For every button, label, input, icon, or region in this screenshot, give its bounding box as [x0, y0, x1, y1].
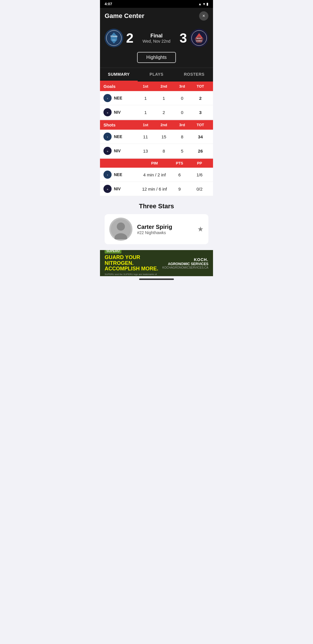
nighthawks-logo-svg: NIGHT HAWKS — [191, 30, 207, 46]
tab-rosters[interactable]: ROSTERS — [175, 68, 213, 82]
niv-mini-logo: N — [103, 108, 112, 116]
shots-col-2nd: 2nd — [155, 123, 173, 127]
niv-pim: 12 min / 6 inf — [139, 187, 170, 191]
svg-text:NIGHT: NIGHT — [196, 37, 202, 39]
nee-shots-tot: 34 — [191, 134, 210, 139]
goals-row-niv: N NIV 1 2 0 3 — [100, 105, 213, 120]
nee-mini-logo: T — [103, 94, 112, 102]
nee-shots-1st: 11 — [137, 134, 155, 139]
away-team-logo: TITANS NEE — [105, 29, 123, 47]
svg-text:N: N — [107, 151, 108, 152]
highlights-button[interactable]: Highlights — [137, 52, 176, 63]
wifi-icon: ▾ — [203, 2, 205, 6]
goals-section: Goals 1st 2nd 3rd TOT T NEE 1 1 0 2 N NI… — [100, 82, 213, 120]
away-team-block: TITANS NEE 2 — [105, 29, 139, 47]
nee-pts: 6 — [170, 172, 190, 177]
svg-text:T: T — [107, 174, 108, 176]
player-tag-1: #22 Nighthawks — [137, 230, 193, 235]
shots-section: Shots 1st 2nd 3rd TOT T NEE 11 15 8 34 N… — [100, 120, 213, 158]
star-icon-1: ★ — [197, 225, 204, 233]
battery-icon: ▮ — [206, 2, 208, 6]
svg-text:N: N — [107, 189, 108, 190]
niv-shots-3rd: 5 — [173, 149, 191, 153]
close-button[interactable]: × — [199, 11, 208, 21]
three-stars-section: Three Stars Carter Spirig #22 Nighthawks… — [100, 197, 213, 247]
shots-col-tot: TOT — [191, 123, 210, 127]
goals-label: Goals — [103, 84, 137, 89]
shots-niv-abbr: NIV — [114, 149, 121, 153]
shots-team-niv: N NIV — [103, 147, 137, 155]
home-team-block: 3 NIGHT HAWKS — [174, 29, 208, 47]
player-name-1: Carter Spirig — [137, 224, 193, 230]
shots-team-nee: T NEE — [103, 133, 137, 141]
status-icons: ▲ ▾ ▮ — [198, 2, 208, 6]
niv-pp: 0/2 — [190, 187, 210, 191]
niv-goals-3rd: 0 — [173, 110, 191, 115]
shots-header-row: Shots 1st 2nd 3rd TOT — [100, 120, 213, 130]
signal-icon: ▲ — [198, 2, 202, 6]
goals-col-tot: TOT — [191, 84, 210, 88]
pim-team-nee: T NEE — [103, 171, 139, 179]
nee-shots-2nd: 15 — [155, 134, 173, 139]
pim-col-pim: PIM — [139, 161, 170, 165]
goals-team-niv: N NIV — [103, 108, 137, 116]
svg-text:T: T — [107, 136, 108, 138]
svg-text:N: N — [107, 112, 108, 114]
goals-col-1st: 1st — [137, 84, 155, 88]
bottom-indicator — [100, 276, 213, 282]
status-bar: 4:07 ▲ ▾ ▮ — [100, 0, 213, 8]
tab-summary[interactable]: SUMMARY — [100, 68, 138, 82]
status-time: 4:07 — [105, 2, 112, 6]
player-avatar-1 — [109, 218, 132, 241]
pim-section: PIM PTS PP T NEE 4 min / 2 inf 6 1/6 N N… — [100, 159, 213, 196]
nee-shots-3rd: 8 — [173, 134, 191, 139]
app-header: Game Center × — [100, 8, 213, 24]
goals-col-2nd: 2nd — [155, 84, 173, 88]
nee-goals-2nd: 1 — [155, 96, 173, 101]
pim-team-niv: N NIV — [103, 185, 139, 193]
nee-goals-3rd: 0 — [173, 96, 191, 101]
close-icon: × — [202, 13, 205, 19]
svg-text:T: T — [107, 98, 108, 100]
shots-row-niv: N NIV 13 8 5 26 — [100, 144, 213, 158]
ad-sponsor-logo: KOCH. — [162, 257, 208, 262]
shots-label: Shots — [103, 122, 137, 127]
niv-abbr: NIV — [114, 110, 121, 115]
nee-abbr: NEE — [114, 96, 122, 100]
nee-goals-tot: 2 — [191, 96, 210, 101]
niv-goals-tot: 3 — [191, 110, 210, 115]
titans-logo-svg: TITANS NEE — [106, 30, 122, 46]
ad-disclaimer: SUPERU and the SUPERU logo are trademark… — [105, 273, 162, 276]
tab-plays[interactable]: PLAYS — [138, 68, 175, 82]
niv-pts: 9 — [170, 187, 190, 191]
pim-row-niv: N NIV 12 min / 6 inf 9 0/2 — [100, 182, 213, 196]
svg-text:HAWKS: HAWKS — [196, 40, 202, 42]
highlights-container: Highlights — [100, 52, 213, 68]
pim-col-pp: PP — [190, 161, 210, 165]
away-score: 2 — [126, 30, 134, 46]
pim-nee-abbr: NEE — [114, 172, 122, 177]
tabs-bar: SUMMARY PLAYS ROSTERS — [100, 68, 213, 82]
ad-headline: GUARD YOUR NITROGEN.ACCOMPLISH MORE. — [105, 255, 162, 272]
game-status: Final — [139, 33, 174, 39]
pim-header-row: PIM PTS PP — [100, 159, 213, 168]
nee-pim: 4 min / 2 inf — [139, 172, 170, 177]
home-score: 3 — [179, 30, 187, 46]
player-card-1: Carter Spirig #22 Nighthawks ★ — [105, 214, 208, 244]
niv-goals-2nd: 2 — [155, 110, 173, 115]
pim-col-pts: PTS — [170, 161, 190, 165]
niv-shots-1st: 13 — [137, 149, 155, 153]
goals-col-3rd: 3rd — [173, 84, 191, 88]
goals-header-row: Goals 1st 2nd 3rd TOT — [100, 82, 213, 91]
ad-site: KOCHAGRONOMICSERVICES.CA — [162, 266, 208, 269]
svg-point-20 — [117, 222, 125, 231]
ad-sponsor-sub: AGRONOMIC SERVICES — [162, 262, 208, 266]
ad-right: KOCH. AGRONOMIC SERVICES KOCHAGRONOMICSE… — [162, 257, 208, 269]
shots-row-nee: T NEE 11 15 8 34 — [100, 130, 213, 144]
pim-niv-abbr: NIV — [114, 187, 121, 191]
pim-nee-logo: T — [103, 171, 112, 179]
game-date: Wed, Nov 22nd — [139, 39, 174, 44]
ad-banner[interactable]: SUPERU GUARD YOUR NITROGEN.ACCOMPLISH MO… — [100, 250, 213, 276]
pim-row-nee: T NEE 4 min / 2 inf 6 1/6 — [100, 168, 213, 182]
goals-team-nee: T NEE — [103, 94, 137, 102]
